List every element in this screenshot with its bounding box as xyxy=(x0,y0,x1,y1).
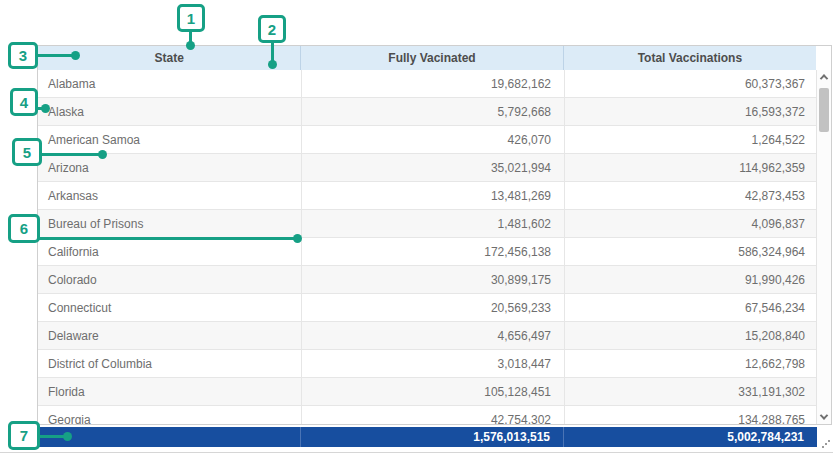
cell-total-vaccinations: 12,662,798 xyxy=(564,350,818,377)
table-corner-spacer xyxy=(816,46,831,70)
cell-state: American Samoa xyxy=(38,126,301,153)
table-row[interactable]: Alaska 5,792,668 16,593,372 xyxy=(38,98,818,126)
cell-total-vaccinations: 15,208,840 xyxy=(564,322,818,349)
cell-total-vaccinations: 331,191,302 xyxy=(564,378,818,405)
cell-fully-vacinated: 3,018,447 xyxy=(301,350,564,377)
callout-5-connector xyxy=(40,153,103,156)
callout-4-dot xyxy=(41,104,50,113)
cell-total-vaccinations: 114,962,359 xyxy=(564,154,818,181)
cell-state: Florida xyxy=(38,378,301,405)
cell-total-vaccinations: 42,873,453 xyxy=(564,182,818,209)
table-body: Alabama 19,682,162 60,373,367 Alaska 5,7… xyxy=(38,70,818,424)
cell-total-vaccinations: 134,288,765 xyxy=(564,406,818,424)
table-row[interactable]: District of Columbia 3,018,447 12,662,79… xyxy=(38,350,818,378)
cell-total-vaccinations: 1,264,522 xyxy=(564,126,818,153)
table-body-viewport: Alabama 19,682,162 60,373,367 Alaska 5,7… xyxy=(38,70,831,424)
cell-total-vaccinations: 16,593,372 xyxy=(564,98,818,125)
cell-total-vaccinations: 91,990,426 xyxy=(564,266,818,293)
scroll-up-button[interactable] xyxy=(817,70,831,84)
cell-fully-vacinated: 20,569,233 xyxy=(301,294,564,321)
cell-fully-vacinated: 13,481,269 xyxy=(301,182,564,209)
cell-total-vaccinations: 4,096,837 xyxy=(564,210,818,237)
callout-5-dot xyxy=(98,150,107,159)
table-row[interactable]: Arizona 35,021,994 114,962,359 xyxy=(38,154,818,182)
cell-fully-vacinated: 5,792,668 xyxy=(301,98,564,125)
callout-5: 5 xyxy=(12,138,42,166)
callout-6-dot xyxy=(293,234,302,243)
callout-3-dot xyxy=(71,51,80,60)
cell-fully-vacinated: 1,481,602 xyxy=(301,210,564,237)
cell-fully-vacinated: 30,899,175 xyxy=(301,266,564,293)
cell-fully-vacinated: 426,070 xyxy=(301,126,564,153)
table-row[interactable]: Bureau of Prisons 1,481,602 4,096,837 xyxy=(38,210,818,238)
cell-state: Arizona xyxy=(38,154,301,181)
cell-state: Colorado xyxy=(38,266,301,293)
cell-state: District of Columbia xyxy=(38,350,301,377)
table-row[interactable]: Georgia 42,754,302 134,288,765 xyxy=(38,406,818,424)
cell-total-vaccinations: 60,373,367 xyxy=(564,70,818,97)
table-row[interactable]: Florida 105,128,451 331,191,302 xyxy=(38,378,818,406)
annotated-table-figure: State Fully Vacinated Total Vaccinations… xyxy=(0,0,833,453)
cell-fully-vacinated: 4,656,497 xyxy=(301,322,564,349)
table-row[interactable]: Alabama 19,682,162 60,373,367 xyxy=(38,70,818,98)
summary-total-vaccinations: 5,002,784,231 xyxy=(563,427,817,447)
cell-total-vaccinations: 67,546,234 xyxy=(564,294,818,321)
scroll-down-button[interactable] xyxy=(817,410,831,424)
callout-2-dot xyxy=(268,60,277,69)
callout-2: 2 xyxy=(258,15,286,43)
table-row[interactable]: Connecticut 20,569,233 67,546,234 xyxy=(38,294,818,322)
summary-state-cell xyxy=(37,427,300,447)
callout-1: 1 xyxy=(177,4,205,32)
callout-7-dot xyxy=(63,432,72,441)
callout-3: 3 xyxy=(8,42,38,69)
callout-1-dot xyxy=(186,41,195,50)
callout-6-connector xyxy=(38,237,298,240)
cell-fully-vacinated: 19,682,162 xyxy=(301,70,564,97)
cell-fully-vacinated: 42,754,302 xyxy=(301,406,564,424)
summary-row: 1,576,013,515 5,002,784,231 xyxy=(37,427,817,447)
table-row[interactable]: Delaware 4,656,497 15,208,840 xyxy=(38,322,818,350)
cell-state: Georgia xyxy=(38,406,301,424)
cell-fully-vacinated: 35,021,994 xyxy=(301,154,564,181)
callout-3-connector xyxy=(36,54,76,57)
cell-state: Arkansas xyxy=(38,182,301,209)
cell-fully-vacinated: 105,128,451 xyxy=(301,378,564,405)
chevron-down-icon xyxy=(820,411,828,419)
resize-handle-icon[interactable] xyxy=(828,440,830,442)
table-row[interactable]: Colorado 30,899,175 91,990,426 xyxy=(38,266,818,294)
table-row[interactable]: American Samoa 426,070 1,264,522 xyxy=(38,126,818,154)
column-header-fully-vacinated[interactable]: Fully Vacinated xyxy=(300,46,562,70)
cell-fully-vacinated: 172,456,138 xyxy=(301,238,564,265)
callout-6: 6 xyxy=(8,214,40,243)
cell-state: Delaware xyxy=(38,322,301,349)
cell-state: California xyxy=(38,238,301,265)
callout-4: 4 xyxy=(10,88,38,116)
cell-state: Alaska xyxy=(38,98,301,125)
cell-state: Connecticut xyxy=(38,294,301,321)
attribute-table: State Fully Vacinated Total Vaccinations… xyxy=(37,45,832,425)
chevron-up-icon xyxy=(820,74,828,82)
summary-fully-vacinated: 1,576,013,515 xyxy=(300,427,563,447)
callout-7: 7 xyxy=(8,421,40,450)
cell-total-vaccinations: 586,324,964 xyxy=(564,238,818,265)
vertical-scrollbar[interactable] xyxy=(816,70,831,424)
table-row[interactable]: California 172,456,138 586,324,964 xyxy=(38,238,818,266)
column-header-total-vaccinations[interactable]: Total Vaccinations xyxy=(563,46,816,70)
scrollbar-thumb[interactable] xyxy=(819,88,829,132)
cell-state: Alabama xyxy=(38,70,301,97)
table-header-row: State Fully Vacinated Total Vaccinations xyxy=(38,46,831,70)
table-row[interactable]: Arkansas 13,481,269 42,873,453 xyxy=(38,182,818,210)
cell-state: Bureau of Prisons xyxy=(38,210,301,237)
